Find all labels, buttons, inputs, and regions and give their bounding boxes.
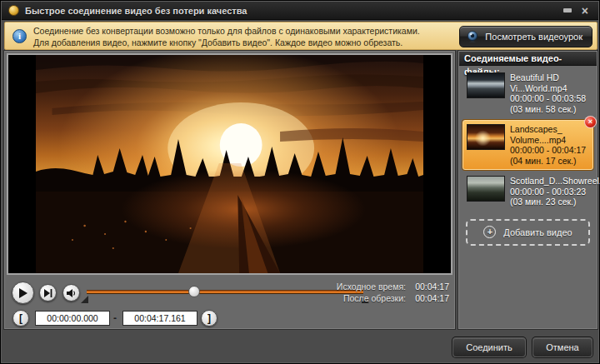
trim-end-input[interactable] [122,311,198,326]
trimmed-time-value: 00:04:17 [406,292,449,304]
file-item-1[interactable]: Beautiful HD Vi...World.mp4 00:00:00 - 0… [462,68,593,118]
plus-icon: + [483,226,496,238]
footer-actions: Соединить Отмена [452,337,592,357]
webcam-icon [466,31,480,43]
file-name: Beautiful HD Vi...World.mp4 [510,72,589,93]
file-list-panel: Соединяемые видео-файлы: Beautiful HD Vi… [458,51,598,329]
banner-text: Соединение без конвертации возможно толь… [33,25,420,48]
app-icon [8,5,19,16]
close-button[interactable]: × [582,5,588,17]
file-list-header: Соединяемые видео-файлы: [459,52,597,66]
watch-tutorial-button[interactable]: Посмотреть видеоурок [459,26,592,47]
set-trim-end-button[interactable]: ] [201,310,218,327]
join-button[interactable]: Соединить [452,337,526,357]
window-title: Быстрое соединение видео без потери каче… [25,6,247,16]
file-name: Scotland_D...Showreel.mp4 [510,176,600,187]
video-preview[interactable] [7,53,452,275]
time-info: Исходное время: 00:04:17 После обрезки: … [337,281,449,304]
next-frame-button[interactable] [39,284,57,302]
player-panel: Исходное время: 00:04:17 После обрезки: … [4,51,455,329]
trim-range-separator: - [113,312,117,324]
step-forward-icon [44,289,52,297]
file-list: Beautiful HD Vi...World.mp4 00:00:00 - 0… [459,66,597,212]
set-trim-start-button[interactable]: [ [12,310,29,327]
file-range: 00:00:00 - 00:04:17 [510,145,589,156]
playback-controls: Исходное время: 00:04:17 После обрезки: … [5,279,454,328]
source-time-label: Исходное время: [337,281,406,292]
cancel-button[interactable]: Отмена [532,337,592,357]
file-range: 00:00:00 - 00:03:23 [510,187,600,197]
seek-track[interactable] [87,290,363,294]
info-icon: i [12,29,27,43]
play-icon [18,288,28,298]
remove-file-button[interactable]: × [584,116,597,128]
minimize-icon [563,8,572,12]
file-duration: (04 мин. 17 сек.) [510,156,589,167]
video-thumbnail-sunset [467,124,505,150]
volume-button[interactable] [62,284,80,302]
file-duration: (03 мин. 23 сек.) [510,197,600,207]
info-banner: i Соединение без конвертации возможно то… [4,22,598,50]
add-video-label: Добавить видео [503,227,572,237]
trim-start-handle[interactable] [81,296,88,303]
file-item-3[interactable]: Scotland_D...Showreel.mp4 00:00:00 - 00:… [462,172,593,212]
title-bar: Быстрое соединение видео без потери каче… [2,2,598,20]
trim-start-input[interactable] [35,311,110,326]
file-item-2-selected[interactable]: Landscapes_ Volume....mp4 00:00:00 - 00:… [462,120,593,170]
video-still-sunset [36,55,423,273]
banner-line-1: Соединение без конвертации возможно толь… [33,25,420,37]
add-video-button[interactable]: + Добавить видео [466,219,590,246]
minimize-button[interactable] [563,8,572,12]
video-thumbnail-mountains [467,72,505,98]
seek-slider [87,279,363,306]
watch-tutorial-label: Посмотреть видеоурок [485,32,582,42]
slider-thumb[interactable] [188,286,200,297]
file-duration: (03 мин. 58 сек.) [510,104,589,115]
trimmed-time-label: После обрезки: [343,292,406,304]
play-button[interactable] [12,282,34,304]
video-thumbnail-highlands [467,176,505,202]
banner-line-2: Для добавления видео, нажмите кнопку "До… [33,37,420,48]
source-time-value: 00:04:17 [406,281,449,292]
app-window: Быстрое соединение видео без потери каче… [0,0,600,364]
file-range: 00:00:00 - 00:03:58 [510,93,589,104]
speaker-icon [67,288,77,298]
trim-row: [ - ] [5,310,454,328]
file-name: Landscapes_ Volume....mp4 [510,124,589,145]
